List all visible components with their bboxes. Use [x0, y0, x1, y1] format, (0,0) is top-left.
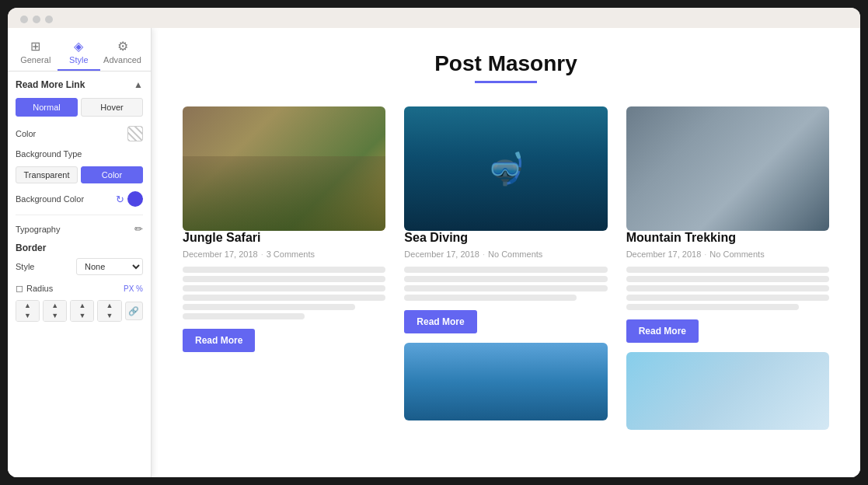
style-icon: ◈: [74, 40, 83, 53]
sync-icon[interactable]: ↻: [116, 194, 124, 205]
radius-icon: ◻: [16, 283, 23, 294]
color-control: Color: [16, 126, 143, 141]
border-section: Border Style None Solid Dashed: [16, 242, 143, 275]
title-underline: [475, 81, 537, 83]
bg-color-label: Background Color: [16, 194, 84, 204]
post-excerpt-jungle: [183, 267, 385, 319]
spinner-4: ▲ ▼: [97, 300, 121, 322]
bg-color-indicator: ↻: [116, 191, 143, 207]
spinner-4-down[interactable]: ▼: [98, 311, 120, 321]
sidebar-panel: ⊞ General ◈ Style ⚙ Advanced Read More L…: [8, 28, 152, 477]
collapse-icon[interactable]: ▲: [134, 79, 143, 90]
radius-right: PX %: [124, 284, 143, 293]
tab-general[interactable]: ⊞ General: [14, 34, 58, 71]
excerpt-line: [183, 313, 305, 319]
page-title: Post Masonry: [183, 51, 829, 76]
divider-1: [16, 215, 143, 215]
post-comments-trekking: No Comments: [709, 249, 764, 259]
browser-window: ⊞ General ◈ Style ⚙ Advanced Read More L…: [8, 8, 860, 477]
post-date-jungle: December 17, 2018: [183, 249, 258, 259]
link-icon-btn[interactable]: 🔗: [125, 302, 143, 320]
spinner-2-down[interactable]: ▼: [44, 311, 66, 321]
spinners-row: ▲ ▼ ▲ ▼ ▲ ▼ ▲ ▼: [16, 300, 143, 322]
link-icon: 🔗: [128, 306, 139, 316]
post-title-trekking: Mountain Trekking: [626, 231, 829, 245]
spinner-3: ▲ ▼: [70, 300, 94, 322]
read-more-link-section: Read More Link ▲: [16, 79, 143, 90]
border-label: Border: [16, 242, 143, 253]
post-image-photo: [626, 352, 829, 430]
transparent-btn[interactable]: Transparent: [16, 166, 78, 183]
spinner-1-up[interactable]: ▲: [16, 301, 39, 311]
border-style-select[interactable]: None Solid Dashed: [76, 258, 143, 275]
spinner-3-down[interactable]: ▼: [71, 311, 93, 321]
post-card-jungle: Jungle Safari December 17, 2018 · 3 Comm…: [183, 106, 385, 430]
post-date-trekking: December 17, 2018: [626, 249, 702, 259]
tab-advanced[interactable]: ⚙ Advanced: [100, 34, 145, 71]
border-style-row: Style None Solid Dashed: [16, 258, 143, 275]
excerpt-line: [183, 285, 385, 291]
sidebar-tabs: ⊞ General ◈ Style ⚙ Advanced: [8, 28, 151, 72]
read-more-diving[interactable]: Read More: [404, 310, 476, 333]
read-more-jungle[interactable]: Read More: [183, 329, 255, 352]
post-comments-jungle: 3 Comments: [267, 249, 315, 259]
browser-dot-3: [45, 16, 53, 23]
normal-state-btn[interactable]: Normal: [16, 98, 78, 117]
post-title-jungle: Jungle Safari: [183, 231, 385, 245]
general-icon: ⊞: [30, 40, 40, 53]
post-meta-diving: December 17, 2018 · No Comments: [404, 249, 607, 259]
meta-dot-1: ·: [261, 249, 263, 259]
post-card-trekking: Mountain Trekking December 17, 2018 · No…: [626, 106, 829, 430]
excerpt-line: [183, 267, 385, 273]
spinner-1-down[interactable]: ▼: [16, 311, 39, 321]
excerpt-line: [183, 304, 355, 310]
bg-type-toggle: Transparent Color: [16, 166, 143, 183]
browser-dot-2: [33, 16, 40, 23]
unit-toggle[interactable]: PX %: [124, 284, 143, 293]
excerpt-line: [626, 304, 799, 310]
browser-body: ⊞ General ◈ Style ⚙ Advanced Read More L…: [8, 28, 860, 477]
typography-label: Typography: [16, 225, 60, 234]
color-swatch[interactable]: [127, 126, 143, 141]
excerpt-line: [404, 276, 607, 282]
spinner-2: ▲ ▼: [43, 300, 67, 322]
spinner-3-up[interactable]: ▲: [71, 301, 93, 311]
spinner-1: ▲ ▼: [16, 300, 40, 322]
post-image-jungle: [183, 106, 385, 231]
section-title: Read More Link: [16, 79, 85, 90]
bg-type-label: Background Type: [16, 149, 82, 159]
radius-text: Radius: [26, 284, 53, 293]
hover-state-btn[interactable]: Hover: [81, 98, 143, 117]
browser-toolbar: [8, 8, 860, 28]
typography-edit-icon[interactable]: ✏: [134, 223, 143, 235]
radius-row: ◻ Radius PX %: [16, 283, 143, 294]
excerpt-line: [404, 267, 607, 273]
spinner-2-up[interactable]: ▲: [44, 301, 66, 311]
read-more-trekking[interactable]: Read More: [626, 319, 699, 343]
color-label: Color: [16, 129, 36, 138]
post-excerpt-trekking: [626, 267, 829, 310]
browser-dot-1: [20, 16, 28, 23]
meta-dot-3: ·: [704, 249, 706, 259]
post-excerpt-diving: [404, 267, 607, 301]
excerpt-line: [626, 267, 829, 273]
excerpt-line: [626, 295, 829, 301]
bg-color-control: Background Color ↻: [16, 191, 143, 207]
sidebar-content: Read More Link ▲ Normal Hover Color Back…: [8, 72, 151, 477]
excerpt-line: [183, 276, 385, 282]
bg-color-swatch[interactable]: [127, 191, 143, 207]
tab-general-label: General: [20, 55, 51, 65]
border-style-label: Style: [16, 262, 34, 271]
radius-label: ◻ Radius: [16, 283, 53, 294]
advanced-icon: ⚙: [117, 40, 128, 53]
masonry-grid: Jungle Safari December 17, 2018 · 3 Comm…: [183, 106, 829, 430]
spinner-4-up[interactable]: ▲: [98, 301, 120, 311]
excerpt-line: [183, 295, 385, 301]
color-btn[interactable]: Color: [81, 166, 143, 183]
color-indicator: [127, 126, 143, 141]
tab-style[interactable]: ◈ Style: [58, 34, 101, 71]
post-meta-jungle: December 17, 2018 · 3 Comments: [183, 249, 385, 259]
post-meta-trekking: December 17, 2018 · No Comments: [626, 249, 829, 259]
main-content: Post Masonry Jungle Safari December 17, …: [152, 28, 860, 477]
excerpt-line: [404, 295, 577, 301]
